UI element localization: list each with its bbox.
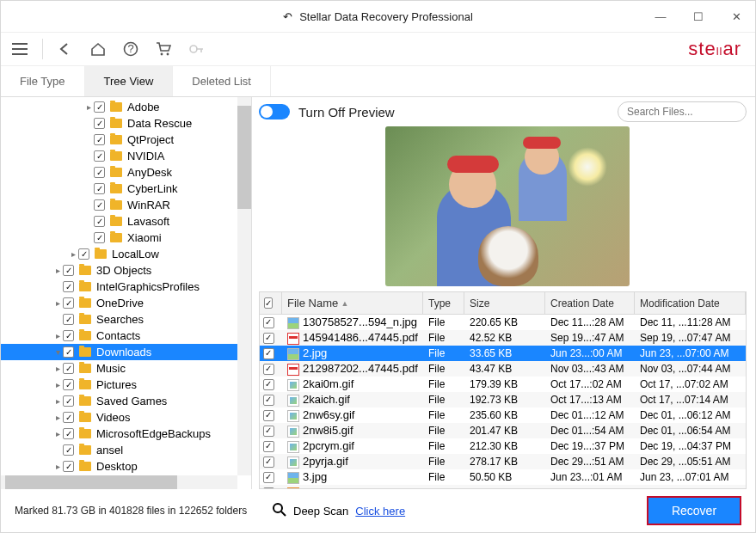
checkbox-icon[interactable] xyxy=(63,265,74,276)
chevron-right-icon[interactable]: ▸ xyxy=(83,102,94,112)
chevron-right-icon[interactable]: ▸ xyxy=(52,364,63,373)
tree-item[interactable]: ▸OneDrive xyxy=(1,295,237,311)
file-row[interactable]: 2nw8i5.gifFile201.47 KBDec 01...:54 AMDe… xyxy=(260,423,746,438)
file-row[interactable]: 3.jpgFile50.50 KBJun 23...:01 AMJun 23, … xyxy=(260,469,746,485)
checkbox-icon[interactable] xyxy=(63,461,74,472)
checkbox-icon[interactable] xyxy=(63,297,74,309)
checkbox-icon[interactable] xyxy=(63,444,74,456)
checkbox-icon[interactable] xyxy=(94,101,105,113)
checkbox-icon[interactable] xyxy=(94,216,105,227)
tree-item[interactable]: ▸LocalLow xyxy=(1,246,237,262)
chevron-right-icon[interactable]: ▸ xyxy=(52,429,63,438)
grid-header-creation-date[interactable]: Creation Date xyxy=(545,292,635,314)
file-row[interactable]: 2kaich.gifFile192.73 KBOct 17...:13 AMOc… xyxy=(260,392,746,407)
file-row[interactable]: 2.jpgFile33.65 KBJun 23...:00 AMJun 23, … xyxy=(260,346,746,361)
search-box[interactable]: 🔍 xyxy=(618,101,747,122)
checkbox-icon[interactable] xyxy=(263,333,274,344)
checkbox-icon[interactable] xyxy=(263,456,274,468)
tree-item[interactable]: QtProject xyxy=(1,132,237,148)
checkbox-icon[interactable] xyxy=(63,346,74,358)
tree-item[interactable]: ▸Adobe xyxy=(1,99,237,115)
tab-tree-view[interactable]: Tree View xyxy=(85,66,174,96)
file-row[interactable]: 130758527...594_n.jpgFile220.65 KBDec 11… xyxy=(260,315,746,330)
tab-file-type[interactable]: File Type xyxy=(1,66,85,96)
tree-scrollbar-horizontal[interactable] xyxy=(1,475,237,489)
tree-item[interactable]: Xiaomi xyxy=(1,230,237,246)
checkbox-icon[interactable] xyxy=(263,426,274,437)
checkbox-icon[interactable] xyxy=(63,428,74,439)
checkbox-icon[interactable] xyxy=(263,441,274,452)
chevron-right-icon[interactable]: ▸ xyxy=(52,413,63,422)
chevron-right-icon[interactable]: ▸ xyxy=(68,249,78,259)
tree-item[interactable]: ▸Pictures xyxy=(1,377,237,393)
chevron-right-icon[interactable]: ▸ xyxy=(52,380,63,389)
grid-body[interactable]: 130758527...594_n.jpgFile220.65 KBDec 11… xyxy=(260,315,746,489)
checkbox-icon[interactable] xyxy=(94,232,105,243)
tree-item[interactable]: ▸Contacts xyxy=(1,328,237,344)
tree-item[interactable]: Lavasoft xyxy=(1,213,237,230)
tree-item[interactable]: ▸MicrosoftEdgeBackups xyxy=(1,426,237,442)
tree-item[interactable]: ansel xyxy=(1,442,237,458)
checkbox-icon[interactable] xyxy=(263,472,274,483)
tree-item[interactable]: ▸Videos xyxy=(1,409,237,426)
checkbox-icon[interactable] xyxy=(263,395,274,406)
checkbox-icon[interactable] xyxy=(263,410,274,421)
chevron-right-icon[interactable]: ▸ xyxy=(52,462,63,471)
checkbox-icon[interactable] xyxy=(263,364,274,375)
checkbox-icon[interactable] xyxy=(94,183,105,194)
checkbox-icon[interactable] xyxy=(94,199,105,211)
tree-item[interactable]: NVIDIA xyxy=(1,148,237,164)
checkbox-icon[interactable] xyxy=(263,379,274,390)
checkbox-icon[interactable] xyxy=(263,348,274,359)
key-icon[interactable] xyxy=(186,39,206,59)
search-input[interactable] xyxy=(627,106,755,118)
file-row[interactable]: 145941486...47445.pdfFile42.52 KBSep 19.… xyxy=(260,330,746,346)
checkbox-icon[interactable] xyxy=(94,134,105,145)
deep-scan-link[interactable]: Click here xyxy=(355,505,405,518)
recover-button[interactable]: Recover xyxy=(647,496,741,525)
tree-scrollbar-vertical[interactable] xyxy=(237,97,251,475)
home-icon[interactable] xyxy=(88,39,108,59)
checkbox-icon[interactable] xyxy=(94,118,105,129)
tree-item[interactable]: ▾Downloads xyxy=(1,344,237,360)
back-icon[interactable] xyxy=(55,39,76,59)
tree-item[interactable]: ▸3D Objects xyxy=(1,262,237,279)
preview-toggle[interactable] xyxy=(259,104,290,119)
tree-item[interactable]: Data Rescue xyxy=(1,115,237,132)
checkbox-icon[interactable] xyxy=(78,248,89,260)
tree-item[interactable]: WinRAR xyxy=(1,197,237,213)
checkbox-icon[interactable] xyxy=(63,281,74,292)
chevron-right-icon[interactable]: ▸ xyxy=(52,331,63,340)
chevron-right-icon[interactable]: ▸ xyxy=(52,298,63,308)
tree-item[interactable]: ▸Music xyxy=(1,360,237,377)
tab-deleted-list[interactable]: Deleted List xyxy=(173,66,271,96)
tree-item[interactable]: IntelGraphicsProfiles xyxy=(1,279,237,295)
checkbox-icon[interactable] xyxy=(94,167,105,178)
checkbox-icon[interactable] xyxy=(63,330,74,341)
file-row[interactable]: 2nw6sy.gifFile235.60 KBDec 01...:12 AMDe… xyxy=(260,407,746,423)
file-row[interactable]: 212987202...47445.pdfFile43.47 KBNov 03.… xyxy=(260,361,746,377)
folder-tree[interactable]: ▸AdobeData RescueQtProjectNVIDIAAnyDeskC… xyxy=(1,97,237,475)
checkbox-icon[interactable] xyxy=(63,412,74,423)
checkbox-icon[interactable] xyxy=(63,395,74,407)
chevron-right-icon[interactable]: ▸ xyxy=(52,266,63,275)
cart-icon[interactable] xyxy=(153,39,174,59)
tree-item[interactable]: CyberLink xyxy=(1,181,237,197)
checkbox-icon[interactable] xyxy=(63,314,74,325)
file-row[interactable]: 2pcrym.gifFile212.30 KBDec 19...:37 PMDe… xyxy=(260,438,746,454)
tree-item[interactable]: ▸Desktop xyxy=(1,458,237,475)
help-icon[interactable]: ? xyxy=(120,39,141,59)
maximize-button[interactable]: ☐ xyxy=(679,1,717,32)
menu-icon[interactable] xyxy=(9,39,30,59)
chevron-right-icon[interactable]: ▸ xyxy=(52,396,63,406)
chevron-right-icon[interactable]: ▾ xyxy=(52,347,63,357)
checkbox-icon[interactable] xyxy=(263,317,274,328)
tree-item[interactable]: ▸Saved Games xyxy=(1,393,237,409)
checkbox-icon[interactable] xyxy=(63,363,74,374)
checkbox-icon[interactable] xyxy=(264,297,273,309)
grid-header-type[interactable]: Type xyxy=(423,292,464,314)
checkbox-icon[interactable] xyxy=(63,379,74,390)
grid-header-size[interactable]: Size xyxy=(464,292,545,314)
checkbox-icon[interactable] xyxy=(94,150,105,162)
file-row[interactable]: 2kai0m.gifFile179.39 KBOct 17...:02 AMOc… xyxy=(260,377,746,392)
